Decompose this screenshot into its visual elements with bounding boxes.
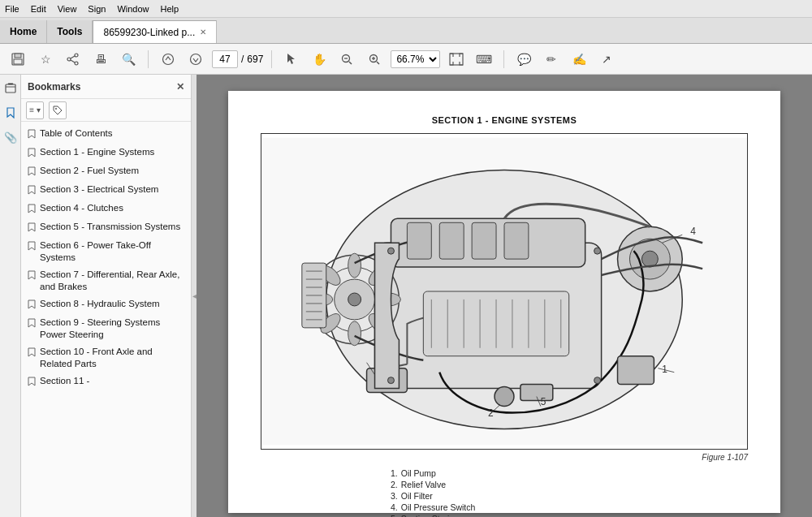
- menu-view[interactable]: View: [58, 4, 77, 14]
- bookmark-flag-icon-3: [28, 185, 36, 197]
- legend-text-1: Relief Valve: [401, 480, 446, 489]
- pdf-figure-box: 4 3 1: [261, 133, 748, 450]
- legend-text-2: Oil Filter: [401, 491, 433, 501]
- nav-down-button[interactable]: [184, 49, 207, 70]
- tab-document[interactable]: 86599230-Linked p... ✕: [93, 20, 217, 43]
- svg-point-45: [495, 387, 514, 407]
- svg-point-64: [594, 377, 601, 384]
- close-bookmarks-button[interactable]: ✕: [176, 81, 184, 93]
- menu-bar: File Edit View Sign Window Help: [5, 4, 179, 14]
- legend-item-0: 1.Oil Pump: [391, 468, 748, 478]
- legend-num-3: 4.: [391, 502, 398, 512]
- keyboard-button[interactable]: ⌨: [473, 49, 495, 70]
- cursor-tool[interactable]: [280, 49, 303, 70]
- svg-point-63: [387, 377, 394, 384]
- bookmarks-icon[interactable]: [2, 104, 19, 122]
- tab-close-icon[interactable]: ✕: [200, 28, 206, 37]
- svg-point-9: [191, 54, 201, 64]
- open-file-icon[interactable]: [2, 80, 19, 97]
- svg-line-12: [349, 62, 352, 64]
- bookmark-item-4[interactable]: Section 4 - Clutches: [21, 200, 191, 218]
- pdf-legend: 1.Oil Pump2.Relief Valve3.Oil Filter4.Oi…: [261, 468, 748, 517]
- tab-home[interactable]: Home: [0, 20, 47, 43]
- page-number-input[interactable]: [212, 50, 238, 68]
- bookmark-label-2: Section 2 - Fuel System: [40, 165, 186, 177]
- bookmark-item-10[interactable]: Section 10 - Front Axle and Related Part…: [21, 343, 191, 373]
- svg-point-33: [348, 321, 361, 346]
- bookmark-item-3[interactable]: Section 3 - Electrical System: [21, 181, 191, 200]
- bookmark-item-7[interactable]: Section 7 - Differential, Rear Axle, and…: [21, 266, 191, 295]
- pdf-page: SECTION 1 - ENGINE SYSTEMS: [228, 91, 780, 513]
- tab-tools[interactable]: Tools: [47, 20, 93, 43]
- share-send-button[interactable]: ↗: [595, 49, 618, 70]
- search-zoom-button[interactable]: 🔍: [117, 49, 140, 70]
- title-bar: File Edit View Sign Window Help: [0, 0, 812, 18]
- svg-line-7: [71, 60, 75, 62]
- tab-doc-label: 86599230-Linked p...: [103, 27, 195, 38]
- menu-help[interactable]: Help: [161, 4, 179, 14]
- bookmark-label-9: Section 9 - Steering Systems Power Steer…: [40, 317, 186, 341]
- bookmarks-header: Bookmarks ✕: [21, 75, 191, 99]
- svg-text:4: 4: [690, 226, 696, 237]
- svg-text:5: 5: [541, 396, 546, 407]
- bookmark-label-7: Section 7 - Differential, Rear Axle, and…: [40, 269, 186, 293]
- svg-point-20: [55, 108, 57, 110]
- expand-bookmarks-button[interactable]: ≡ ▾: [26, 101, 44, 119]
- bookmark-item-2[interactable]: Section 2 - Fuel System: [21, 162, 191, 181]
- bookmark-label-4: Section 4 - Clutches: [40, 202, 186, 214]
- tab-tools-label: Tools: [57, 26, 82, 37]
- menu-file[interactable]: File: [5, 4, 19, 14]
- bookmark-item-8[interactable]: Section 8 - Hydraulic System: [21, 295, 191, 314]
- hand-tool[interactable]: ✋: [308, 49, 330, 70]
- bookmark-item-1[interactable]: Section 1 - Engine Systems: [21, 144, 191, 162]
- pdf-area[interactable]: SECTION 1 - ENGINE SYSTEMS: [197, 75, 812, 517]
- bookmarks-toolbar: ≡ ▾: [21, 99, 191, 122]
- svg-point-29: [348, 253, 361, 278]
- svg-marker-10: [287, 54, 295, 64]
- svg-point-61: [387, 248, 394, 254]
- bookmark-item-5[interactable]: Section 5 - Transmission Systems: [21, 218, 191, 237]
- svg-point-4: [75, 62, 78, 65]
- tab-bar: Home Tools 86599230-Linked p... ✕: [0, 18, 812, 44]
- legend-item-2: 3.Oil Filter: [391, 491, 748, 501]
- bookmark-star-button[interactable]: ☆: [34, 49, 57, 70]
- bookmark-item-6[interactable]: Section 6 - Power Take-Off Systems: [21, 237, 191, 266]
- svg-rect-49: [407, 222, 431, 259]
- svg-rect-18: [450, 54, 463, 65]
- print-button[interactable]: 🖶: [89, 49, 112, 70]
- bookmark-item-9[interactable]: Section 9 - Steering Systems Power Steer…: [21, 314, 191, 343]
- bookmark-flag-icon-4: [28, 204, 36, 216]
- menu-window[interactable]: Window: [117, 4, 149, 14]
- bookmark-flag-icon-1: [28, 148, 36, 160]
- sign-button[interactable]: ✍: [568, 49, 590, 70]
- toolbar: ☆ 🖶 🔍 / 697 ✋ 66.7% 50% 75% 100% 125% 15…: [0, 44, 812, 75]
- svg-point-3: [75, 54, 78, 57]
- bookmark-label-11: Section 11 -: [40, 375, 186, 387]
- tag-bookmarks-button[interactable]: [49, 101, 67, 119]
- share-button[interactable]: [62, 49, 84, 70]
- svg-rect-2: [14, 59, 22, 64]
- separator-2: [271, 50, 272, 68]
- zoom-in-button[interactable]: [363, 49, 386, 70]
- bookmark-label-3: Section 3 - Electrical System: [40, 183, 186, 196]
- bookmark-flag-icon-11: [28, 377, 36, 389]
- bookmark-item-0[interactable]: Table of Contents: [21, 125, 191, 144]
- svg-point-62: [594, 248, 601, 254]
- zoom-out-button[interactable]: [335, 49, 358, 70]
- menu-sign[interactable]: Sign: [88, 4, 106, 14]
- nav-up-button[interactable]: [157, 49, 179, 70]
- svg-text:1: 1: [662, 364, 667, 375]
- fit-page-button[interactable]: [445, 49, 468, 70]
- bookmark-item-11[interactable]: Section 11 -: [21, 373, 191, 391]
- bookmarks-list[interactable]: Table of Contents Section 1 - Engine Sys…: [21, 122, 191, 517]
- menu-edit[interactable]: Edit: [31, 4, 46, 14]
- zoom-select[interactable]: 66.7% 50% 75% 100% 125% 150%: [391, 50, 440, 68]
- separator-1: [148, 50, 149, 68]
- bookmark-label-1: Section 1 - Engine Systems: [40, 146, 186, 158]
- save-button[interactable]: [6, 49, 29, 70]
- attachment-icon[interactable]: 📎: [2, 128, 19, 146]
- bookmark-label-5: Section 5 - Transmission Systems: [40, 221, 186, 233]
- pen-button[interactable]: ✏: [540, 49, 563, 70]
- bookmark-flag-icon-2: [28, 166, 36, 179]
- comment-button[interactable]: 💬: [512, 49, 535, 70]
